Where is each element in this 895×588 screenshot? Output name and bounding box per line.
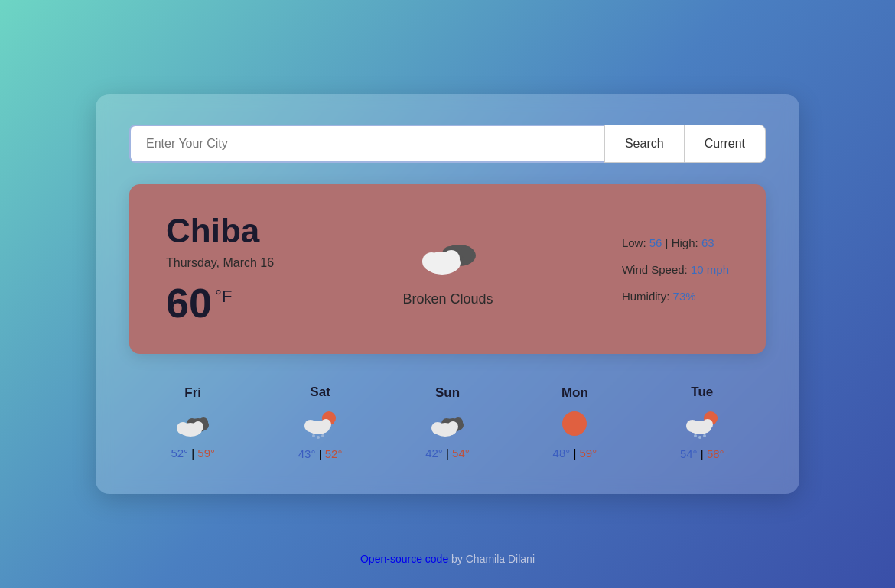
day-label-fri: Fri: [184, 385, 201, 401]
low-sun: 42°: [425, 447, 443, 460]
svg-point-10: [177, 422, 189, 434]
high-fri: 59°: [197, 447, 215, 460]
svg-point-14: [304, 420, 317, 432]
forecast-icon-tue: [683, 408, 721, 440]
forecast-icon-mon: [555, 408, 594, 439]
forecast-icon-sun: [428, 408, 467, 439]
svg-point-4: [422, 252, 441, 271]
high-sun: 54°: [452, 447, 470, 460]
svg-point-23: [431, 422, 444, 434]
forecast-icon-fri: [174, 408, 212, 439]
svg-point-28: [686, 420, 698, 432]
weather-left: Chiba Thursday, March 16 60 °F: [166, 212, 274, 326]
forecast-day-fri: Fri 52° | 59°: [171, 385, 215, 460]
forecast-day-sun: Sun 42° | 54°: [425, 385, 470, 460]
forecast-day-sat: Sat 43° | 52°: [298, 385, 343, 460]
high-mon: 59°: [579, 447, 597, 460]
low-high: Low: 56 | High: 63: [622, 236, 729, 249]
current-button[interactable]: Current: [684, 125, 766, 163]
weather-center: Broken Clouds: [402, 231, 493, 307]
svg-point-16: [312, 434, 315, 437]
svg-point-2: [461, 246, 473, 258]
open-source-link[interactable]: Open-source code: [360, 553, 448, 565]
footer: Open-source code by Chamila Dilani: [0, 553, 895, 565]
forecast-temps-sun: 42° | 54°: [425, 447, 470, 460]
forecast-day-tue: Tue 54° | 58°: [680, 385, 724, 460]
low-sat: 43°: [298, 447, 316, 460]
temperature-value: 60: [166, 279, 212, 326]
forecast-row: Fri 52° | 59° Sat: [129, 377, 766, 460]
current-weather-card: Chiba Thursday, March 16 60 °F Broken Cl…: [129, 184, 766, 354]
svg-point-24: [447, 421, 458, 432]
svg-point-29: [702, 419, 713, 430]
forecast-temps-fri: 52° | 59°: [171, 447, 215, 460]
forecast-temps-sat: 43° | 52°: [298, 447, 343, 460]
high-separator: |: [666, 236, 672, 249]
temperature-unit: °F: [215, 287, 232, 307]
svg-point-31: [698, 436, 701, 439]
weather-description: Broken Clouds: [402, 291, 493, 307]
weather-right: Low: 56 | High: 63 Wind Speed: 10 mph Hu…: [622, 236, 729, 303]
svg-point-17: [317, 436, 320, 439]
high-sat: 52°: [325, 447, 343, 460]
weather-icon-main: [413, 231, 482, 281]
day-label-tue: Tue: [691, 385, 713, 400]
temperature-display: 60 °F: [166, 279, 274, 326]
svg-point-11: [193, 421, 203, 432]
svg-point-30: [694, 434, 697, 437]
search-button[interactable]: Search: [604, 125, 684, 163]
city-name: Chiba: [166, 212, 274, 250]
svg-point-25: [562, 411, 587, 436]
day-label-sun: Sun: [435, 385, 460, 401]
day-label-mon: Mon: [561, 385, 588, 401]
low-val: 56: [649, 236, 662, 249]
low-fri: 52°: [171, 447, 188, 460]
low-tue: 54°: [680, 447, 698, 460]
app-card: Search Current Chiba Thursday, March 16 …: [96, 94, 799, 494]
search-row: Search Current: [129, 125, 766, 163]
forecast-temps-tue: 54° | 58°: [680, 447, 724, 460]
humidity-label: Humidity:: [622, 290, 670, 303]
wind-speed: Wind Speed: 10 mph: [622, 263, 729, 276]
humidity-val: 73%: [673, 290, 696, 303]
svg-point-18: [321, 434, 324, 437]
high-val: 63: [701, 236, 714, 249]
sep-sat: |: [319, 447, 325, 460]
footer-by: by Chamila Dilani: [448, 553, 535, 565]
forecast-day-mon: Mon 48° | 59°: [553, 385, 597, 460]
svg-point-15: [321, 419, 331, 430]
wind-label: Wind Speed:: [622, 263, 688, 276]
humidity: Humidity: 73%: [622, 290, 729, 303]
day-label-sat: Sat: [310, 385, 330, 400]
city-input[interactable]: [129, 125, 604, 163]
svg-point-5: [443, 250, 460, 267]
wind-val: 10 mph: [691, 263, 729, 276]
low-label: Low:: [622, 236, 646, 249]
low-mon: 48°: [553, 447, 571, 460]
forecast-temps-mon: 48° | 59°: [553, 447, 597, 460]
svg-point-32: [703, 434, 706, 437]
high-label: High:: [672, 236, 698, 249]
forecast-icon-sat: [301, 408, 340, 440]
high-tue: 58°: [707, 447, 724, 460]
weather-date: Thursday, March 16: [166, 256, 274, 270]
sep-tue: |: [701, 447, 707, 460]
sep-sun: |: [446, 447, 452, 460]
